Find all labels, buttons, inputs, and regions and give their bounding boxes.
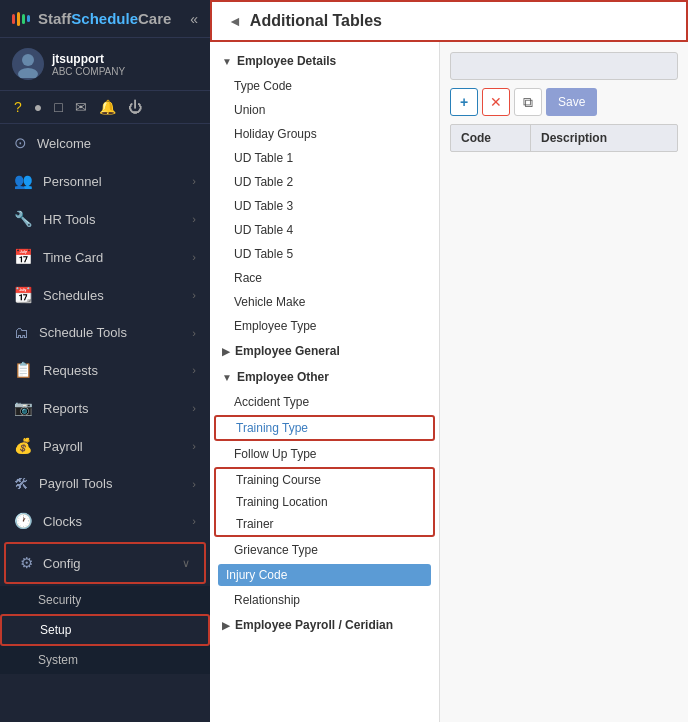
sidebar-item-time-card[interactable]: 📅 Time Card ›: [0, 238, 210, 276]
sidebar-header: StaffScheduleCare «: [0, 0, 210, 38]
sidebar-item-time-card-left: 📅 Time Card: [14, 248, 103, 266]
tree-section-employee-general[interactable]: ▶ Employee General: [210, 338, 439, 364]
tree-item-race[interactable]: Race: [210, 266, 439, 290]
col-description-header: Description: [531, 125, 677, 151]
employee-other-label: Employee Other: [237, 370, 329, 384]
tree-item-ud-table-4[interactable]: UD Table 4: [210, 218, 439, 242]
tree-item-type-code[interactable]: Type Code: [210, 74, 439, 98]
power-icon[interactable]: ⏻: [128, 99, 142, 115]
sidebar-item-welcome[interactable]: ⊙ Welcome: [0, 124, 210, 162]
back-icon[interactable]: ◄: [228, 13, 242, 29]
tree-item-employee-type[interactable]: Employee Type: [210, 314, 439, 338]
tree-section-employee-other[interactable]: ▼ Employee Other: [210, 364, 439, 390]
sidebar-subitem-security[interactable]: Security: [0, 586, 210, 614]
payroll-arrow: ›: [192, 440, 196, 452]
sidebar-item-payroll-label: Payroll: [43, 439, 83, 454]
sidebar-item-payroll[interactable]: 💰 Payroll ›: [0, 427, 210, 465]
sidebar-icons: ? ● □ ✉ 🔔 ⏻: [0, 91, 210, 124]
config-icon: ⚙: [20, 554, 33, 572]
svg-point-0: [22, 54, 34, 66]
logo-schedule: Schedule: [71, 10, 138, 27]
sidebar-item-clocks[interactable]: 🕐 Clocks ›: [0, 502, 210, 540]
save-button[interactable]: Save: [546, 88, 597, 116]
add-button[interactable]: +: [450, 88, 478, 116]
sidebar-item-requests[interactable]: 📋 Requests ›: [0, 351, 210, 389]
sidebar-item-payroll-tools[interactable]: 🛠 Payroll Tools ›: [0, 465, 210, 502]
user-section: jtsupport ABC COMPANY: [0, 38, 210, 91]
tree-item-grievance-type[interactable]: Grievance Type: [210, 538, 439, 562]
tree-item-training-course[interactable]: Training Course: [216, 469, 433, 491]
tree-item-training-location[interactable]: Training Location: [216, 491, 433, 513]
sidebar-item-hr-tools-left: 🔧 HR Tools: [14, 210, 96, 228]
sidebar-item-payroll-tools-label: Payroll Tools: [39, 476, 112, 491]
help-icon[interactable]: ?: [14, 99, 22, 115]
config-subnav: Security Setup System: [0, 586, 210, 674]
requests-arrow: ›: [192, 364, 196, 376]
logo-bar-1: [12, 14, 15, 24]
collapse-button[interactable]: «: [190, 11, 198, 27]
sidebar-subitem-setup[interactable]: Setup: [0, 614, 210, 646]
employee-other-arrow: ▼: [222, 372, 232, 383]
tree-item-ud-table-5[interactable]: UD Table 5: [210, 242, 439, 266]
dot-icon[interactable]: ●: [34, 99, 42, 115]
sidebar-item-welcome-left: ⊙ Welcome: [14, 134, 91, 152]
time-card-arrow: ›: [192, 251, 196, 263]
mail-icon[interactable]: ✉: [75, 99, 87, 115]
tree-item-ud-table-2[interactable]: UD Table 2: [210, 170, 439, 194]
tree-item-training-type[interactable]: Training Type: [214, 415, 435, 441]
personnel-arrow: ›: [192, 175, 196, 187]
logo-text: StaffScheduleCare: [38, 10, 171, 27]
employee-payroll-label: Employee Payroll / Ceridian: [235, 618, 393, 632]
tree-item-vehicle-make[interactable]: Vehicle Make: [210, 290, 439, 314]
sidebar-item-reports-left: 📷 Reports: [14, 399, 89, 417]
employee-payroll-arrow: ▶: [222, 620, 230, 631]
tree-item-follow-up-type[interactable]: Follow Up Type: [210, 442, 439, 466]
sidebar-item-clocks-label: Clocks: [43, 514, 82, 529]
sidebar-item-requests-left: 📋 Requests: [14, 361, 98, 379]
tree-item-relationship[interactable]: Relationship: [210, 588, 439, 612]
clocks-arrow: ›: [192, 515, 196, 527]
page-title: Additional Tables: [250, 12, 382, 30]
reports-icon: 📷: [14, 399, 33, 417]
tree-section-employee-payroll[interactable]: ▶ Employee Payroll / Ceridian: [210, 612, 439, 638]
tree-section-employee-details[interactable]: ▼ Employee Details: [210, 48, 439, 74]
sidebar-item-schedules[interactable]: 📆 Schedules ›: [0, 276, 210, 314]
avatar: [12, 48, 44, 80]
hr-tools-icon: 🔧: [14, 210, 33, 228]
sidebar-item-hr-tools[interactable]: 🔧 HR Tools ›: [0, 200, 210, 238]
search-input[interactable]: [450, 52, 678, 80]
tree-item-holiday-groups[interactable]: Holiday Groups: [210, 122, 439, 146]
employee-details-label: Employee Details: [237, 54, 336, 68]
sidebar-item-schedule-tools[interactable]: 🗂 Schedule Tools ›: [0, 314, 210, 351]
sidebar: StaffScheduleCare « jtsupport ABC COMPAN…: [0, 0, 210, 722]
welcome-icon: ⊙: [14, 134, 27, 152]
sidebar-item-schedules-label: Schedules: [43, 288, 104, 303]
requests-icon: 📋: [14, 361, 33, 379]
copy-button[interactable]: ⧉: [514, 88, 542, 116]
sidebar-item-reports[interactable]: 📷 Reports ›: [0, 389, 210, 427]
sidebar-item-config[interactable]: ⚙ Config ∨: [4, 542, 206, 584]
sidebar-item-schedule-tools-label: Schedule Tools: [39, 325, 127, 340]
user-company: ABC COMPANY: [52, 66, 125, 77]
main-content: ◄ Additional Tables ▼ Employee Details T…: [210, 0, 688, 722]
tree-item-trainer[interactable]: Trainer: [216, 513, 433, 535]
remove-button[interactable]: ✕: [482, 88, 510, 116]
tree-item-ud-table-1[interactable]: UD Table 1: [210, 146, 439, 170]
config-arrow: ∨: [182, 557, 190, 570]
employee-details-arrow: ▼: [222, 56, 232, 67]
content-area: ▼ Employee Details Type Code Union Holid…: [210, 42, 688, 722]
payroll-tools-icon: 🛠: [14, 475, 29, 492]
tree-item-accident-type[interactable]: Accident Type: [210, 390, 439, 414]
svg-point-1: [18, 68, 38, 78]
sidebar-item-personnel[interactable]: 👥 Personnel ›: [0, 162, 210, 200]
tree-item-ud-table-3[interactable]: UD Table 3: [210, 194, 439, 218]
col-code-header: Code: [451, 125, 531, 151]
square-icon[interactable]: □: [54, 99, 62, 115]
bell-icon[interactable]: 🔔: [99, 99, 116, 115]
tree-item-injury-code[interactable]: Injury Code: [218, 564, 431, 586]
detail-toolbar: + ✕ ⧉ Save: [450, 88, 678, 116]
sidebar-nav: ⊙ Welcome 👥 Personnel › 🔧 HR Tools › 📅 T…: [0, 124, 210, 722]
tree-item-union[interactable]: Union: [210, 98, 439, 122]
payroll-icon: 💰: [14, 437, 33, 455]
sidebar-subitem-system[interactable]: System: [0, 646, 210, 674]
